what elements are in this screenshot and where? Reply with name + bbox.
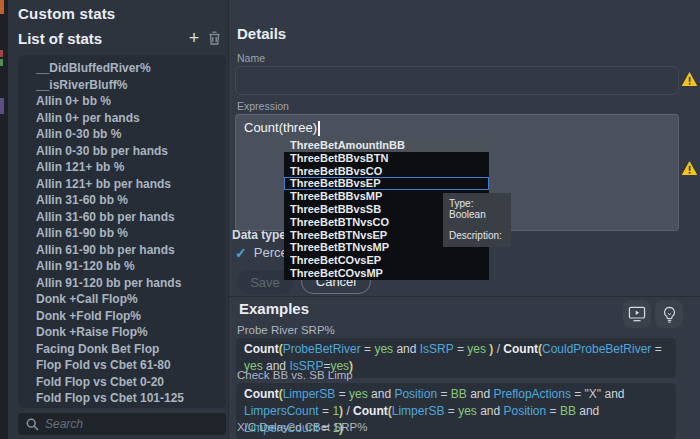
page-title: Custom stats bbox=[18, 5, 115, 22]
text-caret bbox=[318, 121, 320, 136]
autocomplete-item[interactable]: ThreeBetBBvsEP bbox=[284, 177, 489, 190]
trash-icon bbox=[207, 30, 222, 46]
tooltip-type: Type: Boolean bbox=[449, 198, 505, 220]
add-stat-button[interactable]: + bbox=[184, 28, 204, 48]
data-type-label: Data type bbox=[232, 228, 286, 242]
list-item[interactable]: Allin 0-30 bb per hands bbox=[18, 143, 226, 160]
cropped-icon-fragment bbox=[0, 59, 3, 66]
search-icon bbox=[26, 418, 39, 431]
list-item[interactable]: Allin 121+ bb per hands bbox=[18, 176, 226, 193]
list-item[interactable]: Donk +Call Flop% bbox=[18, 291, 226, 308]
example-label: Check BB vs. SB Limp bbox=[237, 369, 353, 381]
list-of-stats-header: List of stats + bbox=[18, 27, 224, 49]
examples-title: Examples bbox=[239, 300, 309, 317]
search-box[interactable] bbox=[18, 413, 226, 435]
list-item[interactable]: Fold Flop vs Cbet 0-20 bbox=[18, 374, 226, 391]
list-item[interactable]: Allin 61-90 bb per hands bbox=[18, 242, 226, 259]
stats-list: __DidBluffedRiver%__isRiverBluff%Allin 0… bbox=[18, 55, 226, 408]
list-item[interactable]: Allin 91-120 bb per hands bbox=[18, 275, 226, 292]
tooltip-description: Description: bbox=[449, 230, 505, 241]
list-item[interactable]: Allin 91-120 bb % bbox=[18, 258, 226, 275]
autocomplete-item[interactable]: ThreeBetBBvsBTN bbox=[284, 152, 489, 165]
list-item[interactable]: Facing Donk Bet Flop bbox=[18, 341, 226, 358]
example-label: X/C Delayed CBet SRP% bbox=[237, 421, 367, 433]
list-item[interactable]: Allin 0-30 bb % bbox=[18, 126, 226, 143]
list-item[interactable]: Allin 0+ bb % bbox=[18, 93, 226, 110]
autocomplete-item[interactable]: ThreeBetAmountInBB bbox=[284, 139, 489, 152]
list-item[interactable]: Allin 61-90 bb % bbox=[18, 225, 226, 242]
video-icon bbox=[628, 306, 646, 322]
autocomplete-item[interactable]: ThreeBetBBvsCO bbox=[284, 165, 489, 178]
checkbox-check-icon: ✓ bbox=[235, 246, 247, 260]
autocomplete-item[interactable]: ThreeBetCOvsEP bbox=[284, 254, 489, 267]
list-item[interactable]: Fold Flop vs Cbet 101-125 bbox=[18, 390, 226, 407]
list-item[interactable]: Donk +Fold Flop% bbox=[18, 308, 226, 325]
stat-tooltip: Type: Boolean Description: bbox=[443, 193, 511, 247]
list-item[interactable]: Allin 31-60 bb % bbox=[18, 192, 226, 209]
list-of-stats-title: List of stats bbox=[18, 30, 184, 47]
warning-icon bbox=[681, 71, 698, 87]
plus-icon: + bbox=[189, 29, 200, 47]
list-item[interactable]: Allin 31-60 bb per hands bbox=[18, 209, 226, 226]
list-item[interactable]: __DidBluffedRiver% bbox=[18, 60, 226, 77]
cropped-icon-fragment bbox=[0, 0, 4, 14]
details-panel: Details Name Expression Count(three) Dat… bbox=[228, 0, 700, 439]
expression-label: Expression bbox=[237, 100, 289, 112]
warning-icon bbox=[681, 160, 698, 176]
list-item[interactable]: Allin 0+ per hands bbox=[18, 110, 226, 127]
name-input[interactable] bbox=[235, 66, 679, 95]
left-rail bbox=[0, 0, 8, 439]
section-divider bbox=[229, 296, 700, 297]
autocomplete-item[interactable]: ThreeBetCOvsMP bbox=[284, 267, 489, 280]
cropped-icon-fragment bbox=[0, 50, 3, 57]
list-item[interactable]: Flop Fold vs Cbet 61-80 bbox=[18, 357, 226, 374]
example-label: Probe River SRP% bbox=[237, 324, 335, 336]
delete-stat-button[interactable] bbox=[204, 28, 224, 48]
list-item[interactable]: Donk +Raise Flop% bbox=[18, 324, 226, 341]
lightbulb-icon bbox=[662, 306, 677, 323]
list-item[interactable]: __isRiverBluff% bbox=[18, 77, 226, 94]
name-label: Name bbox=[237, 52, 265, 64]
expression-text: Count(three) bbox=[244, 120, 317, 135]
list-item[interactable]: Allin 121+ bb % bbox=[18, 159, 226, 176]
video-tutorial-button[interactable] bbox=[623, 300, 651, 328]
lightbulb-button[interactable] bbox=[655, 300, 683, 328]
search-input[interactable] bbox=[45, 417, 218, 431]
sidebar: Custom stats List of stats + __DidBluffe… bbox=[8, 0, 228, 439]
cropped-icon-fragment bbox=[0, 98, 4, 114]
details-title: Details bbox=[237, 25, 286, 42]
